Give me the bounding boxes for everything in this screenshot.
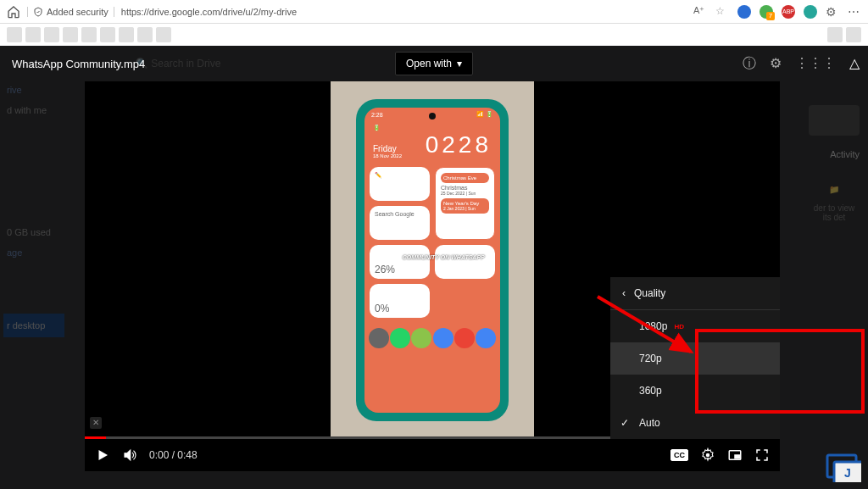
player-controls: 0:00 / 0:48 CC	[85, 439, 780, 471]
extension-badge-icon[interactable]	[760, 5, 773, 19]
gear-icon[interactable]	[700, 447, 715, 463]
extension-icons: A⁺ ☆ ABP ⚙ ⋯	[693, 5, 861, 19]
account-icon[interactable]: △	[849, 55, 860, 73]
dock	[364, 323, 500, 353]
settings-icon[interactable]: ⚙	[770, 55, 782, 73]
blank-widget	[435, 245, 495, 279]
security-label: Added security	[47, 7, 108, 17]
browser-address-bar: Added security https://drive.google.com/…	[0, 0, 868, 24]
extension-icon[interactable]	[804, 5, 817, 19]
url-text[interactable]: https://drive.google.com/drive/u/2/my-dr…	[121, 7, 687, 17]
bookmark-bar	[0, 24, 868, 46]
video-player: 2:28📶 🔋 🔋 Friday 18 Nov 2022 0228 ✏️	[85, 81, 780, 471]
home-icon[interactable]	[7, 5, 20, 19]
text-size-icon[interactable]: A⁺	[693, 5, 707, 19]
preview-toolbar: WhatsApp Community.mp4 Open with ▾ ⓘ ⚙ ⋮…	[0, 46, 868, 81]
checkmark-icon: ✓	[620, 417, 629, 429]
settings-icon[interactable]: ⚙	[826, 5, 839, 19]
phone-mockup: 2:28📶 🔋 🔋 Friday 18 Nov 2022 0228 ✏️	[356, 99, 509, 421]
open-with-button[interactable]: Open with ▾	[395, 52, 473, 75]
calendar-widget: Christmas Eve Christmas 25 Dec 2022 | Su…	[435, 167, 495, 240]
annotation-arrow	[593, 292, 704, 360]
extension-icon[interactable]	[737, 5, 751, 19]
menu-icon[interactable]: ⋯	[848, 5, 861, 19]
quality-option-auto[interactable]: ✓ Auto	[610, 407, 780, 439]
abp-icon[interactable]: ABP	[782, 5, 795, 19]
captions-button[interactable]: CC	[670, 449, 688, 461]
stat-widget: 26%	[370, 245, 430, 279]
fullscreen-icon[interactable]	[754, 447, 770, 463]
chevron-down-icon: ▾	[457, 58, 462, 69]
file-name: WhatsApp Community.mp4	[12, 58, 145, 70]
widget: ✏️	[370, 167, 430, 201]
svg-line-3	[598, 297, 691, 352]
miniplayer-icon[interactable]	[727, 447, 743, 463]
site-logo: J	[826, 453, 861, 482]
quality-option-360p[interactable]: 360p	[610, 375, 780, 407]
volume-icon[interactable]	[122, 447, 137, 463]
play-icon[interactable]	[95, 447, 110, 463]
svg-text:J: J	[844, 466, 851, 480]
apps-icon[interactable]: ⋮⋮⋮	[795, 55, 836, 73]
svg-rect-2	[735, 455, 739, 458]
security-indicator[interactable]: Added security	[27, 7, 114, 17]
favorite-icon[interactable]: ☆	[715, 5, 729, 19]
time-display: 0:00 / 0:48	[149, 449, 198, 461]
close-overlay-icon[interactable]: ✕	[90, 417, 102, 429]
help-icon[interactable]: ⓘ	[743, 55, 756, 73]
svg-point-0	[706, 453, 710, 458]
video-watermark: COMMUNITY ON WHATSAPP	[403, 254, 485, 260]
shield-icon	[33, 7, 43, 17]
stat-widget: 0%	[370, 284, 430, 318]
search-widget: Search Google	[370, 206, 430, 240]
